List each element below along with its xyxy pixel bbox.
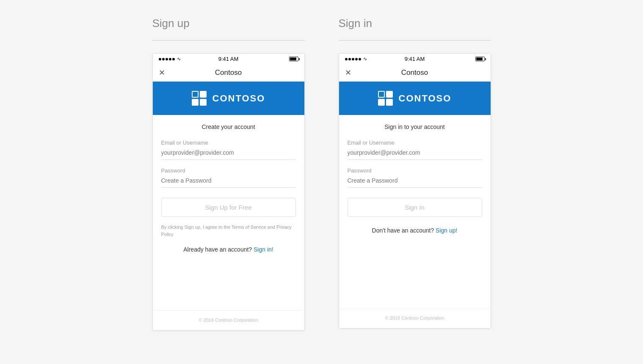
signin-brand-logo — [378, 91, 393, 106]
signin-dot-2 — [348, 58, 351, 60]
signin-logo-cell-tl — [378, 91, 385, 98]
signin-dot-1 — [345, 58, 348, 60]
signin-section: Sign in ∿ 9:41 AM — [339, 17, 491, 328]
signup-email-input[interactable] — [161, 148, 296, 160]
signin-title: Sign in — [339, 17, 373, 30]
signup-email-label: Email or Username — [161, 140, 296, 146]
dot-5 — [172, 58, 175, 60]
signin-form-subtitle: Sign in to your account — [348, 123, 482, 130]
logo-cell-br — [200, 99, 207, 106]
dot-1 — [159, 58, 161, 60]
signin-wifi-icon: ∿ — [363, 56, 367, 62]
signin-divider — [339, 40, 491, 41]
signin-email-input[interactable] — [348, 148, 482, 160]
signup-nav-title: Contoso — [215, 68, 242, 77]
dot-2 — [162, 58, 165, 60]
signin-status-bar: ∿ 9:41 AM — [339, 54, 491, 64]
signup-battery-fill — [290, 57, 296, 60]
signup-account-link-text: Already have an account? Sign in! — [161, 246, 296, 253]
signup-close-button[interactable]: ✕ — [159, 68, 165, 77]
signup-submit-button[interactable]: Sign Up for Free — [161, 198, 296, 217]
signup-section: Sign up ∿ 9:41 AM — [152, 17, 305, 331]
signup-status-time: 9:41 AM — [218, 56, 239, 62]
signup-terms-text: By clicking Sign up, I agree to the Term… — [161, 224, 296, 238]
signup-battery-icon — [289, 57, 298, 61]
signin-email-label: Email or Username — [348, 140, 482, 146]
signup-divider — [152, 40, 305, 41]
signin-nav-bar: ✕ Contoso — [339, 64, 491, 82]
signup-password-input[interactable] — [161, 175, 296, 188]
signin-signal-dots — [345, 58, 361, 60]
signup-signal-dots — [159, 58, 175, 60]
signin-battery-icon — [475, 57, 485, 61]
signin-form-area: Sign in to your account Email or Usernam… — [339, 115, 491, 249]
logo-cell-tr — [200, 91, 207, 98]
signin-submit-button[interactable]: Sign In — [348, 198, 482, 217]
signin-status-time: 9:41 AM — [405, 56, 425, 62]
signin-dot-3 — [352, 58, 354, 60]
signup-brand-logo — [192, 91, 207, 106]
signup-form-area: Create your account Email or Username Pa… — [153, 115, 304, 268]
signin-password-input[interactable] — [348, 175, 482, 188]
signin-close-button[interactable]: ✕ — [345, 68, 351, 77]
signin-dot-4 — [355, 58, 358, 60]
signup-brand-header: CONTOSO — [153, 82, 304, 115]
signin-nav-title: Contoso — [401, 68, 428, 77]
signin-logo-cell-bl — [378, 99, 385, 106]
signup-brand-name: CONTOSO — [212, 93, 265, 104]
signin-dot-5 — [359, 58, 361, 60]
dot-4 — [169, 58, 171, 60]
signin-brand-header: CONTOSO — [339, 82, 491, 115]
signin-account-link-text: Don't have an account? Sign up! — [348, 227, 482, 234]
signin-status-left: ∿ — [345, 56, 367, 62]
signin-account-static-text: Don't have an account? — [372, 227, 434, 234]
signup-nav-bar: ✕ Contoso — [153, 64, 304, 82]
signup-status-right — [289, 57, 298, 61]
signup-phone-frame: ∿ 9:41 AM ✕ Contoso CONTOSO — [152, 53, 305, 331]
signup-status-bar: ∿ 9:41 AM — [153, 54, 304, 64]
logo-cell-bl — [192, 99, 199, 106]
signin-logo-cell-tr — [386, 91, 393, 98]
signup-account-static-text: Already have an account? — [183, 246, 252, 253]
signup-signin-link[interactable]: Sign in! — [254, 246, 273, 253]
signup-status-left: ∿ — [159, 56, 181, 62]
signin-brand-name: CONTOSO — [399, 93, 452, 104]
signin-signup-link[interactable]: Sign up! — [436, 227, 457, 234]
dot-3 — [166, 58, 168, 60]
signup-title: Sign up — [152, 17, 190, 30]
signin-phone-frame: ∿ 9:41 AM ✕ Contoso CONTOSO — [339, 53, 491, 328]
signin-battery-fill — [476, 57, 483, 60]
signup-footer: © 2016 Contoso Corporation — [153, 310, 304, 330]
signup-wifi-icon: ∿ — [177, 56, 181, 62]
signin-footer: © 2016 Contoso Corporation — [339, 308, 491, 328]
signup-password-label: Password — [161, 167, 296, 174]
signin-status-right — [475, 57, 485, 61]
signup-form-subtitle: Create your account — [161, 123, 296, 130]
signin-password-label: Password — [348, 167, 482, 174]
signin-logo-cell-br — [386, 99, 393, 106]
logo-cell-tl — [192, 91, 199, 98]
